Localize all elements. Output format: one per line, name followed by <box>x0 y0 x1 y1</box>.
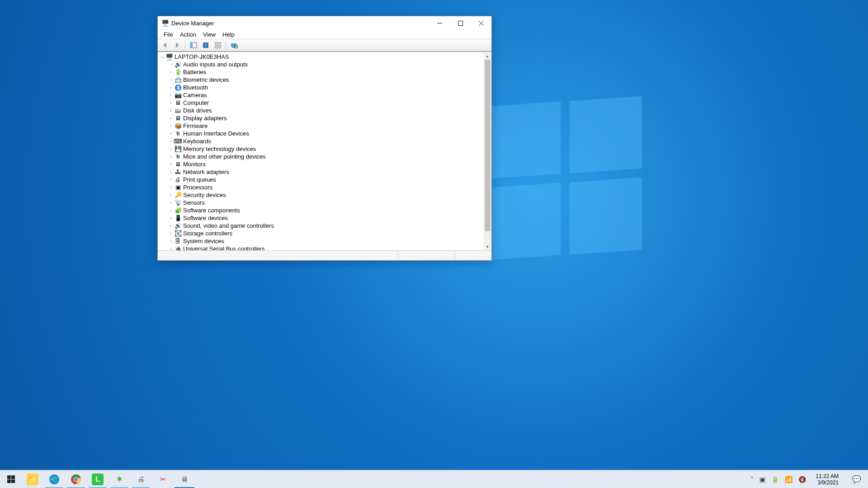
tray-date: 3/9/2021 <box>816 479 839 486</box>
tray-clock[interactable]: 11:22 AM 3/9/2021 <box>812 473 842 486</box>
expander-icon[interactable]: › <box>168 246 174 250</box>
tree-item[interactable]: ›🖧Network adapters <box>168 168 484 176</box>
tray-overflow-icon[interactable]: ˄ <box>750 476 754 483</box>
expander-icon[interactable]: › <box>168 70 174 75</box>
tree-item[interactable]: ›🗄System devices <box>168 237 484 245</box>
taskbar-chrome[interactable] <box>65 470 87 488</box>
scroll-up-button[interactable]: ▴ <box>484 52 491 60</box>
vertical-scrollbar[interactable]: ▴ ▾ <box>484 52 491 250</box>
tray-volume-icon[interactable]: 🔇 <box>798 476 806 483</box>
tree-item-label: Memory technology devices <box>182 145 256 152</box>
category-icon: 📱 <box>174 214 182 222</box>
tray-battery-icon[interactable]: 🔋 <box>771 476 779 483</box>
category-icon: 🗄 <box>174 237 182 245</box>
action-center-button[interactable]: 💬 <box>848 475 865 483</box>
expander-icon[interactable]: › <box>168 185 174 190</box>
tree-item[interactable]: ›💾Memory technology devices <box>168 145 484 153</box>
tree-item[interactable]: ›📱Software devices <box>168 214 484 222</box>
maximize-button[interactable] <box>450 16 471 30</box>
tree-root[interactable]: ⌄ 🖥️ LAPTOP-JK0E3HAS <box>158 53 484 61</box>
tray-graphics-icon[interactable]: ▣ <box>760 476 765 483</box>
menu-file[interactable]: File <box>161 30 176 39</box>
tree-item[interactable]: ›💽Storage controllers <box>168 230 484 237</box>
taskbar-snip[interactable]: ✂ <box>152 470 174 488</box>
tree-item[interactable]: ›🔊Sound, video and game controllers <box>168 222 484 230</box>
tree-item[interactable]: ›🖴Disk drives <box>168 107 484 114</box>
expander-icon[interactable]: › <box>168 162 174 167</box>
expander-icon[interactable]: › <box>168 146 174 151</box>
expander-icon[interactable]: › <box>168 223 174 228</box>
expander-icon[interactable]: › <box>168 62 174 67</box>
help-button[interactable]: ? <box>200 40 211 51</box>
properties-button[interactable] <box>212 40 223 51</box>
tree-item[interactable]: ›📇Biometric devices <box>168 76 484 84</box>
show-hide-console-tree-button[interactable] <box>188 40 198 51</box>
expander-icon[interactable]: › <box>168 216 174 221</box>
scroll-thumb[interactable] <box>485 60 491 231</box>
device-tree-area: ⌄ 🖥️ LAPTOP-JK0E3HAS ›🔊Audio inputs and … <box>158 52 491 250</box>
expander-icon[interactable]: › <box>168 108 174 113</box>
tree-item[interactable]: ›🔑Security devices <box>168 191 484 199</box>
taskbar-file-explorer[interactable]: 📁 <box>22 470 43 488</box>
menu-action[interactable]: Action <box>177 30 199 39</box>
tree-item[interactable]: ›🔋Batteries <box>168 68 484 76</box>
expander-icon[interactable]: › <box>168 77 174 82</box>
scan-hardware-button[interactable] <box>229 40 239 51</box>
tree-item[interactable]: ›📡Sensors <box>168 199 484 206</box>
menu-view[interactable]: View <box>200 30 218 39</box>
expander-icon[interactable]: ⌄ <box>159 54 165 59</box>
expander-icon[interactable]: › <box>168 231 174 236</box>
tree-item[interactable]: ›🖱Mice and other pointing devices <box>168 153 484 160</box>
toolbar: ? <box>158 39 491 52</box>
expander-icon[interactable]: › <box>168 139 174 144</box>
tree-item[interactable]: ›📦Firmware <box>168 122 484 130</box>
expander-icon[interactable]: › <box>168 85 174 90</box>
start-button[interactable] <box>0 470 22 488</box>
tray-wifi-icon[interactable]: 📶 <box>785 476 793 483</box>
tree-item[interactable]: ›▣Processors <box>168 183 484 191</box>
taskbar-device-manager[interactable]: 🖥 <box>174 470 195 488</box>
expander-icon[interactable]: › <box>168 93 174 98</box>
titlebar[interactable]: 🖥️ Device Manager <box>158 16 491 30</box>
back-button[interactable] <box>160 40 170 51</box>
expander-icon[interactable]: › <box>168 123 174 128</box>
expander-icon[interactable]: › <box>168 200 174 205</box>
menu-help[interactable]: Help <box>220 30 237 39</box>
expander-icon[interactable]: › <box>168 177 174 182</box>
tree-item-label: Software components <box>182 207 240 214</box>
tree-item[interactable]: ›🖨Print queues <box>168 176 484 183</box>
scroll-down-button[interactable]: ▾ <box>484 243 491 250</box>
minimize-button[interactable] <box>429 16 450 30</box>
category-icon: 📇 <box>174 76 182 84</box>
tree-item[interactable]: ›🖱Human Interface Devices <box>168 130 484 137</box>
category-icon: ▣ <box>174 183 182 191</box>
tree-item[interactable]: ›📷Cameras <box>168 91 484 99</box>
tree-item[interactable]: ›🖥Computer <box>168 99 484 107</box>
taskbar-app-green[interactable]: ✶ <box>108 470 130 488</box>
expander-icon[interactable]: › <box>168 116 174 121</box>
expander-icon[interactable]: › <box>168 169 174 174</box>
close-button[interactable] <box>471 16 491 30</box>
wallpaper-windows-logo <box>488 104 642 258</box>
taskbar-edge[interactable] <box>43 470 65 488</box>
tree-item[interactable]: ›🖥Monitors <box>168 160 484 168</box>
tree-item-label: Cameras <box>182 92 207 99</box>
category-icon: ⌨ <box>174 137 182 145</box>
taskbar-printer[interactable]: 🖨 <box>130 470 152 488</box>
tree-item[interactable]: ›🔊Audio inputs and outputs <box>168 61 484 68</box>
tree-item-label: Human Interface Devices <box>182 130 249 137</box>
expander-icon[interactable]: › <box>168 208 174 213</box>
expander-icon[interactable]: › <box>168 131 174 136</box>
tree-item[interactable]: ›🔌Universal Serial Bus controllers <box>168 245 484 250</box>
expander-icon[interactable]: › <box>168 192 174 197</box>
forward-button[interactable] <box>172 40 182 51</box>
expander-icon[interactable]: › <box>168 239 174 244</box>
tree-item[interactable]: ›🖥Display adapters <box>168 114 484 122</box>
taskbar-line[interactable]: L <box>87 470 108 488</box>
expander-icon[interactable]: › <box>168 100 174 105</box>
expander-icon[interactable]: › <box>168 154 174 159</box>
tree-item[interactable]: ›⌨Keyboards <box>168 137 484 145</box>
tree-item[interactable]: ›🧩Software components <box>168 206 484 214</box>
tree-item[interactable]: ›Bluetooth <box>168 84 484 91</box>
window-title: Device Manager <box>171 20 214 27</box>
